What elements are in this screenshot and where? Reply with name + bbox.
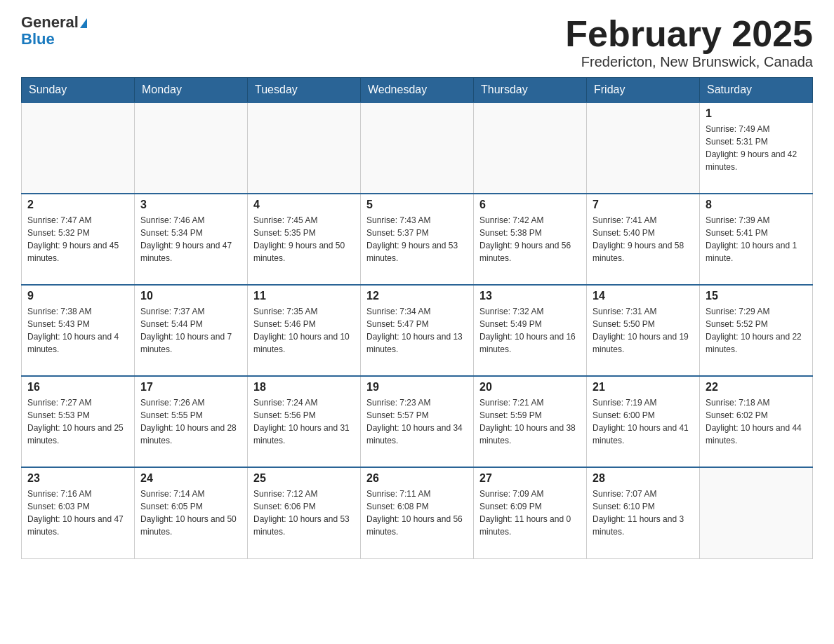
weekday-header-wednesday: Wednesday (361, 78, 474, 103)
day-cell: 6Sunrise: 7:42 AMSunset: 5:38 PMDaylight… (474, 194, 587, 285)
day-info: Sunrise: 7:23 AMSunset: 5:57 PMDaylight:… (366, 396, 468, 447)
day-number: 1 (706, 107, 807, 120)
day-info: Sunrise: 7:49 AMSunset: 5:31 PMDaylight:… (706, 123, 807, 173)
day-info: Sunrise: 7:14 AMSunset: 6:05 PMDaylight:… (140, 488, 241, 538)
day-number: 16 (27, 381, 128, 394)
day-cell: 12Sunrise: 7:34 AMSunset: 5:47 PMDayligh… (361, 285, 474, 376)
day-number: 18 (253, 381, 355, 394)
day-info: Sunrise: 7:24 AMSunset: 5:56 PMDaylight:… (253, 396, 355, 447)
day-cell: 5Sunrise: 7:43 AMSunset: 5:37 PMDaylight… (361, 194, 474, 285)
day-info: Sunrise: 7:38 AMSunset: 5:43 PMDaylight:… (27, 305, 128, 356)
day-number: 27 (479, 472, 581, 485)
day-info: Sunrise: 7:16 AMSunset: 6:03 PMDaylight:… (27, 488, 128, 538)
logo-blue-text: Blue (21, 30, 55, 48)
week-row-4: 16Sunrise: 7:27 AMSunset: 5:53 PMDayligh… (22, 376, 813, 467)
calendar-table: SundayMondayTuesdayWednesdayThursdayFrid… (21, 77, 813, 559)
day-number: 4 (253, 199, 355, 211)
day-cell: 26Sunrise: 7:11 AMSunset: 6:08 PMDayligh… (361, 467, 474, 558)
day-info: Sunrise: 7:12 AMSunset: 6:06 PMDaylight:… (253, 488, 355, 538)
day-number: 10 (140, 290, 241, 302)
day-info: Sunrise: 7:41 AMSunset: 5:40 PMDaylight:… (593, 214, 694, 264)
day-info: Sunrise: 7:42 AMSunset: 5:38 PMDaylight:… (479, 214, 581, 264)
day-number: 19 (366, 381, 468, 394)
day-number: 9 (27, 290, 128, 302)
day-cell: 11Sunrise: 7:35 AMSunset: 5:46 PMDayligh… (248, 285, 361, 376)
day-cell: 7Sunrise: 7:41 AMSunset: 5:40 PMDaylight… (587, 194, 700, 285)
day-info: Sunrise: 7:19 AMSunset: 6:00 PMDaylight:… (593, 396, 694, 447)
day-cell: 1Sunrise: 7:49 AMSunset: 5:31 PMDaylight… (700, 102, 813, 194)
day-number: 2 (27, 199, 128, 211)
day-number: 23 (27, 472, 128, 485)
day-cell: 8Sunrise: 7:39 AMSunset: 5:41 PMDaylight… (700, 194, 813, 285)
day-cell: 23Sunrise: 7:16 AMSunset: 6:03 PMDayligh… (22, 467, 135, 558)
day-cell: 14Sunrise: 7:31 AMSunset: 5:50 PMDayligh… (587, 285, 700, 376)
day-number: 11 (253, 290, 355, 302)
title-block: February 2025 Fredericton, New Brunswick… (565, 14, 813, 70)
weekday-header-sunday: Sunday (22, 78, 135, 103)
day-number: 25 (253, 472, 355, 485)
weekday-header-row: SundayMondayTuesdayWednesdayThursdayFrid… (22, 78, 813, 103)
weekday-header-tuesday: Tuesday (248, 78, 361, 103)
day-number: 21 (593, 381, 694, 394)
day-info: Sunrise: 7:47 AMSunset: 5:32 PMDaylight:… (27, 214, 128, 264)
day-number: 22 (706, 381, 807, 394)
day-cell (248, 102, 361, 194)
day-number: 13 (479, 290, 581, 302)
day-cell: 21Sunrise: 7:19 AMSunset: 6:00 PMDayligh… (587, 376, 700, 467)
day-cell: 2Sunrise: 7:47 AMSunset: 5:32 PMDaylight… (22, 194, 135, 285)
day-cell: 10Sunrise: 7:37 AMSunset: 5:44 PMDayligh… (135, 285, 248, 376)
day-cell: 24Sunrise: 7:14 AMSunset: 6:05 PMDayligh… (135, 467, 248, 558)
day-cell: 28Sunrise: 7:07 AMSunset: 6:10 PMDayligh… (587, 467, 700, 558)
day-number: 7 (593, 199, 694, 211)
day-info: Sunrise: 7:35 AMSunset: 5:46 PMDaylight:… (253, 305, 355, 356)
day-cell: 27Sunrise: 7:09 AMSunset: 6:09 PMDayligh… (474, 467, 587, 558)
logo: General Blue (21, 14, 87, 48)
day-cell: 25Sunrise: 7:12 AMSunset: 6:06 PMDayligh… (248, 467, 361, 558)
day-info: Sunrise: 7:32 AMSunset: 5:49 PMDaylight:… (479, 305, 581, 356)
day-number: 20 (479, 381, 581, 394)
logo-triangle-icon (80, 18, 87, 28)
day-cell (474, 102, 587, 194)
day-number: 28 (593, 472, 694, 485)
day-info: Sunrise: 7:29 AMSunset: 5:52 PMDaylight:… (706, 305, 807, 356)
day-cell: 22Sunrise: 7:18 AMSunset: 6:02 PMDayligh… (700, 376, 813, 467)
week-row-3: 9Sunrise: 7:38 AMSunset: 5:43 PMDaylight… (22, 285, 813, 376)
day-cell: 18Sunrise: 7:24 AMSunset: 5:56 PMDayligh… (248, 376, 361, 467)
day-info: Sunrise: 7:43 AMSunset: 5:37 PMDaylight:… (366, 214, 468, 264)
month-title: February 2025 (565, 14, 813, 54)
day-info: Sunrise: 7:45 AMSunset: 5:35 PMDaylight:… (253, 214, 355, 264)
week-row-1: 1Sunrise: 7:49 AMSunset: 5:31 PMDaylight… (22, 102, 813, 194)
day-info: Sunrise: 7:26 AMSunset: 5:55 PMDaylight:… (140, 396, 241, 447)
day-number: 15 (706, 290, 807, 302)
logo-general-text: General (21, 13, 79, 31)
day-number: 8 (706, 199, 807, 211)
weekday-header-monday: Monday (135, 78, 248, 103)
day-cell (22, 102, 135, 194)
day-number: 12 (366, 290, 468, 302)
weekday-header-saturday: Saturday (700, 78, 813, 103)
day-number: 6 (479, 199, 581, 211)
day-info: Sunrise: 7:11 AMSunset: 6:08 PMDaylight:… (366, 488, 468, 538)
location-text: Fredericton, New Brunswick, Canada (565, 54, 813, 70)
day-cell: 20Sunrise: 7:21 AMSunset: 5:59 PMDayligh… (474, 376, 587, 467)
week-row-5: 23Sunrise: 7:16 AMSunset: 6:03 PMDayligh… (22, 467, 813, 558)
logo-general-line: General (21, 14, 87, 31)
day-cell: 4Sunrise: 7:45 AMSunset: 5:35 PMDaylight… (248, 194, 361, 285)
day-info: Sunrise: 7:07 AMSunset: 6:10 PMDaylight:… (593, 488, 694, 538)
day-info: Sunrise: 7:31 AMSunset: 5:50 PMDaylight:… (593, 305, 694, 356)
day-number: 3 (140, 199, 241, 211)
day-cell (587, 102, 700, 194)
day-info: Sunrise: 7:09 AMSunset: 6:09 PMDaylight:… (479, 488, 581, 538)
day-info: Sunrise: 7:27 AMSunset: 5:53 PMDaylight:… (27, 396, 128, 447)
day-info: Sunrise: 7:37 AMSunset: 5:44 PMDaylight:… (140, 305, 241, 356)
day-info: Sunrise: 7:39 AMSunset: 5:41 PMDaylight:… (706, 214, 807, 264)
day-number: 17 (140, 381, 241, 394)
day-info: Sunrise: 7:34 AMSunset: 5:47 PMDaylight:… (366, 305, 468, 356)
page-header: General Blue February 2025 Fredericton, … (21, 14, 813, 70)
week-row-2: 2Sunrise: 7:47 AMSunset: 5:32 PMDaylight… (22, 194, 813, 285)
day-cell (700, 467, 813, 558)
day-number: 24 (140, 472, 241, 485)
day-number: 5 (366, 199, 468, 211)
day-cell: 16Sunrise: 7:27 AMSunset: 5:53 PMDayligh… (22, 376, 135, 467)
day-info: Sunrise: 7:46 AMSunset: 5:34 PMDaylight:… (140, 214, 241, 264)
